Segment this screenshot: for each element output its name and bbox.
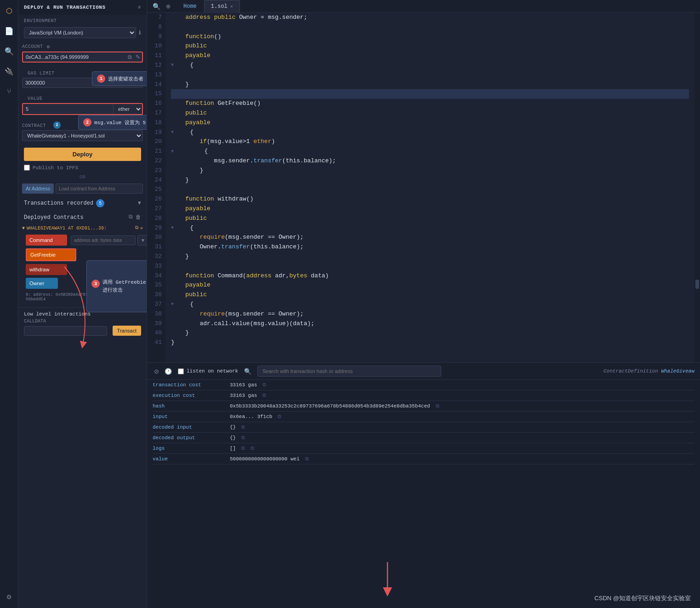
code-line-22: msg.sender.transfer(this.balance);: [171, 156, 689, 166]
value-unit-select[interactable]: ether wei gwei finney: [113, 104, 142, 114]
deploy-icon[interactable]: ⬡: [3, 5, 16, 17]
calldata-input[interactable]: [24, 326, 107, 336]
fn-command-input[interactable]: [71, 235, 136, 245]
instance-chevron[interactable]: ▼: [22, 226, 25, 231]
search-bottom-icon[interactable]: 🔍: [243, 367, 253, 376]
env-info-icon[interactable]: ℹ: [139, 29, 141, 36]
code-line-14: }: [171, 80, 689, 90]
code-line-30: require(msg.sender == Owner);: [171, 233, 689, 242]
account-label: ACCOUNT: [22, 44, 43, 49]
bottom-panel: ⊘ 🕐 listen on network 🔍 ContractDefiniti…: [147, 362, 700, 482]
listen-checkbox[interactable]: [178, 368, 184, 374]
clock-icon[interactable]: 🕐: [163, 367, 173, 376]
tx-copy-hash[interactable]: ⧉: [436, 403, 439, 409]
value-label: VALUE: [22, 92, 143, 103]
tab-close-icon[interactable]: ✕: [230, 4, 233, 9]
tx-copy-transaction-cost[interactable]: ⧉: [262, 382, 266, 388]
panel-menu-icon[interactable]: ≡: [138, 5, 141, 10]
tx-value-decoded-output: {}: [230, 435, 236, 441]
tx-copy-input[interactable]: ⧉: [278, 414, 281, 419]
code-line-31: Owner.transfer(this.balance);: [171, 242, 689, 252]
close-instance-icon[interactable]: ✕: [140, 225, 143, 231]
main-area: 🔍 ⊕ Home 1.sol ✕ 7 8 9 10 11 12 13 14 15…: [147, 0, 700, 608]
fn-command-button[interactable]: Command: [26, 235, 67, 246]
tx-key-execution-cost: execution cost: [153, 393, 226, 398]
value-input-row: ether wei gwei finney: [22, 103, 143, 115]
publish-checkbox[interactable]: [24, 165, 30, 171]
clear-icon[interactable]: ⊘: [153, 367, 160, 376]
contract-label: CONTRACT: [22, 120, 51, 130]
copy-account-btn[interactable]: ⧉: [126, 53, 134, 61]
scroll-indicator: [694, 13, 700, 362]
tx-copy-logs[interactable]: ⧉: [241, 446, 245, 451]
settings-icon[interactable]: ⚙: [3, 591, 16, 603]
fn-owner-button[interactable]: Owner: [26, 278, 58, 289]
search-icon[interactable]: 🔍: [3, 45, 16, 58]
contract-def-text: ContractDefinition: [603, 368, 661, 374]
env-row: JavaScript VM (London) ℹ: [18, 25, 147, 42]
editor-tabs: 🔍 ⊕ Home 1.sol ✕: [147, 0, 700, 13]
tx-row-hash: hash 0x5b3333b20048a33253c2c89737696a678…: [153, 401, 694, 412]
transactions-text: Transactions recorded: [24, 200, 93, 206]
tooltip-3: 3 调用 GetFreebie 函数 进行攻击: [86, 260, 147, 312]
code-line-11: payable: [171, 51, 689, 61]
tab-home-label: Home: [183, 3, 197, 10]
env-label: ENVIRONMENT: [18, 15, 147, 25]
transactions-row[interactable]: Transactions recorded 5 ▼: [18, 195, 147, 211]
scroll-thumb[interactable]: [695, 280, 699, 289]
zoom-in-icon[interactable]: ⊕: [164, 1, 172, 12]
tx-row-value: value 5000000000000000000 wei ⧉: [153, 454, 694, 465]
contract-instance-header: ▼ WHALEGIVEAWAY1 AT 0XD91...39: ⧉ ✕: [22, 225, 143, 231]
code-line-29: ▼ {: [171, 224, 689, 233]
code-line-10: public: [171, 41, 689, 51]
tab-1sol[interactable]: 1.sol ✕: [204, 0, 240, 12]
tooltip-1: 1 选择蜜罐攻击者 0xCA3: [92, 71, 147, 86]
calldata-input-row: Transact: [24, 326, 141, 336]
value-input[interactable]: [23, 104, 113, 114]
code-line-23: }: [171, 166, 689, 176]
instance-actions: ⧉ ✕: [135, 225, 143, 231]
plugin-icon[interactable]: 🔌: [3, 65, 16, 78]
tx-row-decoded-input: decoded input {} ⧉: [153, 422, 694, 433]
tx-key-logs: logs: [153, 446, 226, 451]
account-settings-icon[interactable]: ⚙: [47, 44, 50, 50]
tx-row-transaction-cost: transaction cost 33163 gas ⧉: [153, 380, 694, 390]
toolbar-icons: ⊘ 🕐: [153, 367, 173, 376]
copy-contracts-icon[interactable]: ⧉: [129, 214, 133, 221]
tx-copy-value[interactable]: ⧉: [305, 456, 309, 462]
at-address-input[interactable]: [56, 184, 143, 194]
zoom-out-icon[interactable]: 🔍: [151, 1, 162, 12]
tx-extra-icon-logs[interactable]: ⧉: [250, 446, 254, 451]
code-line-32: }: [171, 252, 689, 262]
search-tx-input[interactable]: [257, 366, 441, 377]
code-line-39: adr.call.value(msg.value)(data);: [171, 319, 689, 329]
fn-withdraw-button[interactable]: withdraw: [26, 264, 67, 275]
fn-getfreebie-button[interactable]: GetFreebie: [26, 248, 76, 261]
tx-copy-execution-cost[interactable]: ⧉: [262, 393, 266, 398]
code-line-21: ▼ {: [171, 147, 689, 156]
edit-account-btn[interactable]: ✎: [134, 53, 142, 61]
at-address-button[interactable]: At Address: [22, 184, 54, 194]
tab-home[interactable]: Home: [177, 0, 203, 12]
account-select[interactable]: 0xCA3...a733c (94.9999999: [23, 52, 126, 62]
env-select[interactable]: JavaScript VM (London): [24, 27, 136, 38]
fn-command-select[interactable]: ▼: [137, 235, 147, 246]
code-line-38: require(msg.sender == Owner);: [171, 310, 689, 319]
code-line-40: }: [171, 328, 689, 338]
tx-copy-decoded-output[interactable]: ⧉: [241, 435, 245, 441]
delete-contracts-icon[interactable]: 🗑: [136, 214, 141, 221]
tx-value-transaction-cost: 33163 gas: [230, 382, 257, 388]
git-icon[interactable]: ⑂: [3, 86, 16, 98]
contract-select[interactable]: WhaleGiveaway1 - Honeypot/1.sol: [22, 130, 143, 141]
copy-instance-icon[interactable]: ⧉: [135, 225, 138, 231]
transact-button[interactable]: Transact: [113, 326, 141, 336]
code-line-24: }: [171, 176, 689, 185]
deploy-button[interactable]: Deploy: [24, 148, 141, 161]
files-icon[interactable]: 📄: [3, 25, 16, 38]
transactions-label: Transactions recorded 5: [24, 199, 104, 207]
bottom-toolbar: ⊘ 🕐 listen on network 🔍 ContractDefiniti…: [147, 363, 700, 380]
tx-copy-decoded-input[interactable]: ⧉: [241, 424, 245, 430]
arrow-bottom-overlay: [374, 562, 401, 599]
publish-row: Publish to IPFS: [18, 163, 147, 172]
panel-title: DEPLOY & RUN TRANSACTIONS: [24, 5, 106, 10]
